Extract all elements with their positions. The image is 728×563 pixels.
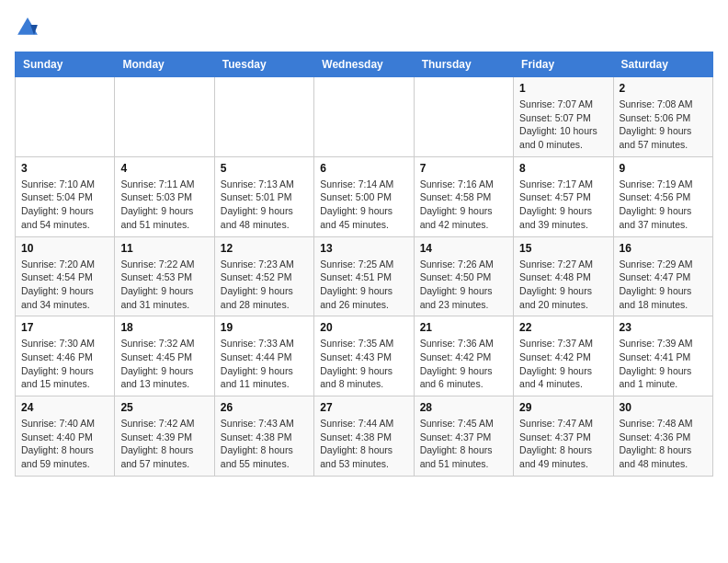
day-cell: 10Sunrise: 7:20 AM Sunset: 4:54 PM Dayli… (16, 236, 115, 316)
day-cell: 27Sunrise: 7:44 AM Sunset: 4:38 PM Dayli… (314, 396, 414, 477)
day-info: Sunrise: 7:16 AM Sunset: 4:58 PM Dayligh… (420, 178, 507, 232)
day-number: 14 (420, 242, 507, 255)
day-number: 8 (519, 162, 607, 175)
day-header-sunday: Sunday (16, 52, 115, 77)
day-info: Sunrise: 7:19 AM Sunset: 4:56 PM Dayligh… (620, 178, 707, 232)
day-cell: 5Sunrise: 7:13 AM Sunset: 5:01 PM Daylig… (214, 156, 313, 236)
day-cell: 20Sunrise: 7:35 AM Sunset: 4:43 PM Dayli… (314, 316, 414, 396)
day-number: 28 (420, 401, 507, 414)
week-row-3: 10Sunrise: 7:20 AM Sunset: 4:54 PM Dayli… (16, 236, 713, 316)
day-cell (115, 77, 214, 157)
day-number: 29 (519, 401, 607, 414)
day-info: Sunrise: 7:14 AM Sunset: 5:00 PM Dayligh… (320, 178, 407, 232)
day-cell: 7Sunrise: 7:16 AM Sunset: 4:58 PM Daylig… (414, 156, 513, 236)
calendar-header: SundayMondayTuesdayWednesdayThursdayFrid… (16, 52, 713, 77)
day-info: Sunrise: 7:13 AM Sunset: 5:01 PM Dayligh… (221, 178, 308, 232)
day-number: 6 (320, 162, 407, 175)
logo-icon (15, 15, 40, 40)
day-cell: 28Sunrise: 7:45 AM Sunset: 4:37 PM Dayli… (414, 396, 513, 477)
day-info: Sunrise: 7:35 AM Sunset: 4:43 PM Dayligh… (320, 337, 407, 391)
day-info: Sunrise: 7:37 AM Sunset: 4:42 PM Dayligh… (519, 337, 607, 391)
day-cell: 21Sunrise: 7:36 AM Sunset: 4:42 PM Dayli… (414, 316, 513, 396)
day-info: Sunrise: 7:10 AM Sunset: 5:04 PM Dayligh… (21, 178, 108, 232)
day-number: 10 (21, 242, 108, 255)
day-cell: 17Sunrise: 7:30 AM Sunset: 4:46 PM Dayli… (16, 316, 115, 396)
day-info: Sunrise: 7:20 AM Sunset: 4:54 PM Dayligh… (21, 258, 108, 312)
day-info: Sunrise: 7:27 AM Sunset: 4:48 PM Dayligh… (519, 258, 607, 312)
day-cell: 30Sunrise: 7:48 AM Sunset: 4:36 PM Dayli… (613, 396, 712, 477)
logo (15, 15, 44, 40)
day-number: 18 (120, 321, 208, 334)
day-cell: 4Sunrise: 7:11 AM Sunset: 5:03 PM Daylig… (115, 156, 214, 236)
day-info: Sunrise: 7:44 AM Sunset: 4:38 PM Dayligh… (320, 417, 407, 471)
day-header-monday: Monday (115, 52, 214, 77)
day-header-friday: Friday (514, 52, 613, 77)
day-info: Sunrise: 7:36 AM Sunset: 4:42 PM Dayligh… (420, 337, 507, 391)
day-number: 13 (320, 242, 407, 255)
day-cell: 19Sunrise: 7:33 AM Sunset: 4:44 PM Dayli… (214, 316, 313, 396)
day-info: Sunrise: 7:08 AM Sunset: 5:06 PM Dayligh… (620, 98, 707, 152)
day-number: 9 (620, 162, 707, 175)
day-number: 27 (320, 401, 407, 414)
day-cell: 14Sunrise: 7:26 AM Sunset: 4:50 PM Dayli… (414, 236, 513, 316)
day-cell: 23Sunrise: 7:39 AM Sunset: 4:41 PM Dayli… (613, 316, 712, 396)
day-cell: 25Sunrise: 7:42 AM Sunset: 4:39 PM Dayli… (115, 396, 214, 477)
day-info: Sunrise: 7:33 AM Sunset: 4:44 PM Dayligh… (221, 337, 308, 391)
day-cell (314, 77, 414, 157)
day-number: 22 (519, 321, 607, 334)
day-number: 2 (620, 82, 707, 95)
day-number: 19 (221, 321, 308, 334)
week-row-5: 24Sunrise: 7:40 AM Sunset: 4:40 PM Dayli… (16, 396, 713, 477)
header-row: SundayMondayTuesdayWednesdayThursdayFrid… (16, 52, 713, 77)
day-number: 1 (519, 82, 607, 95)
day-cell: 3Sunrise: 7:10 AM Sunset: 5:04 PM Daylig… (16, 156, 115, 236)
day-info: Sunrise: 7:11 AM Sunset: 5:03 PM Dayligh… (120, 178, 208, 232)
day-cell: 22Sunrise: 7:37 AM Sunset: 4:42 PM Dayli… (514, 316, 613, 396)
day-number: 23 (620, 321, 707, 334)
day-cell (414, 77, 513, 157)
day-cell: 2Sunrise: 7:08 AM Sunset: 5:06 PM Daylig… (613, 77, 712, 157)
day-info: Sunrise: 7:17 AM Sunset: 4:57 PM Dayligh… (519, 178, 607, 232)
day-number: 24 (21, 401, 108, 414)
day-cell: 16Sunrise: 7:29 AM Sunset: 4:47 PM Dayli… (613, 236, 712, 316)
day-cell: 12Sunrise: 7:23 AM Sunset: 4:52 PM Dayli… (214, 236, 313, 316)
day-number: 3 (21, 162, 108, 175)
day-number: 5 (221, 162, 308, 175)
day-cell: 8Sunrise: 7:17 AM Sunset: 4:57 PM Daylig… (514, 156, 613, 236)
header (15, 15, 713, 40)
day-number: 16 (620, 242, 707, 255)
day-info: Sunrise: 7:43 AM Sunset: 4:38 PM Dayligh… (221, 417, 308, 471)
day-number: 26 (221, 401, 308, 414)
day-number: 30 (620, 401, 707, 414)
day-info: Sunrise: 7:23 AM Sunset: 4:52 PM Dayligh… (221, 258, 308, 312)
week-row-2: 3Sunrise: 7:10 AM Sunset: 5:04 PM Daylig… (16, 156, 713, 236)
day-cell: 6Sunrise: 7:14 AM Sunset: 5:00 PM Daylig… (314, 156, 414, 236)
day-info: Sunrise: 7:48 AM Sunset: 4:36 PM Dayligh… (620, 417, 707, 471)
day-cell (16, 77, 115, 157)
day-cell (214, 77, 313, 157)
day-number: 20 (320, 321, 407, 334)
day-number: 4 (120, 162, 208, 175)
calendar-table: SundayMondayTuesdayWednesdayThursdayFrid… (15, 52, 713, 477)
day-header-thursday: Thursday (414, 52, 513, 77)
day-cell: 11Sunrise: 7:22 AM Sunset: 4:53 PM Dayli… (115, 236, 214, 316)
day-number: 12 (221, 242, 308, 255)
week-row-1: 1Sunrise: 7:07 AM Sunset: 5:07 PM Daylig… (16, 77, 713, 157)
day-cell: 18Sunrise: 7:32 AM Sunset: 4:45 PM Dayli… (115, 316, 214, 396)
day-header-saturday: Saturday (613, 52, 712, 77)
day-cell: 29Sunrise: 7:47 AM Sunset: 4:37 PM Dayli… (514, 396, 613, 477)
day-info: Sunrise: 7:45 AM Sunset: 4:37 PM Dayligh… (420, 417, 507, 471)
day-info: Sunrise: 7:22 AM Sunset: 4:53 PM Dayligh… (120, 258, 208, 312)
day-info: Sunrise: 7:40 AM Sunset: 4:40 PM Dayligh… (21, 417, 108, 471)
day-info: Sunrise: 7:25 AM Sunset: 4:51 PM Dayligh… (320, 258, 407, 312)
week-row-4: 17Sunrise: 7:30 AM Sunset: 4:46 PM Dayli… (16, 316, 713, 396)
day-number: 17 (21, 321, 108, 334)
day-number: 21 (420, 321, 507, 334)
day-info: Sunrise: 7:07 AM Sunset: 5:07 PM Dayligh… (519, 98, 607, 152)
day-cell: 15Sunrise: 7:27 AM Sunset: 4:48 PM Dayli… (514, 236, 613, 316)
day-number: 11 (120, 242, 208, 255)
day-info: Sunrise: 7:26 AM Sunset: 4:50 PM Dayligh… (420, 258, 507, 312)
day-info: Sunrise: 7:47 AM Sunset: 4:37 PM Dayligh… (519, 417, 607, 471)
day-cell: 13Sunrise: 7:25 AM Sunset: 4:51 PM Dayli… (314, 236, 414, 316)
day-cell: 24Sunrise: 7:40 AM Sunset: 4:40 PM Dayli… (16, 396, 115, 477)
